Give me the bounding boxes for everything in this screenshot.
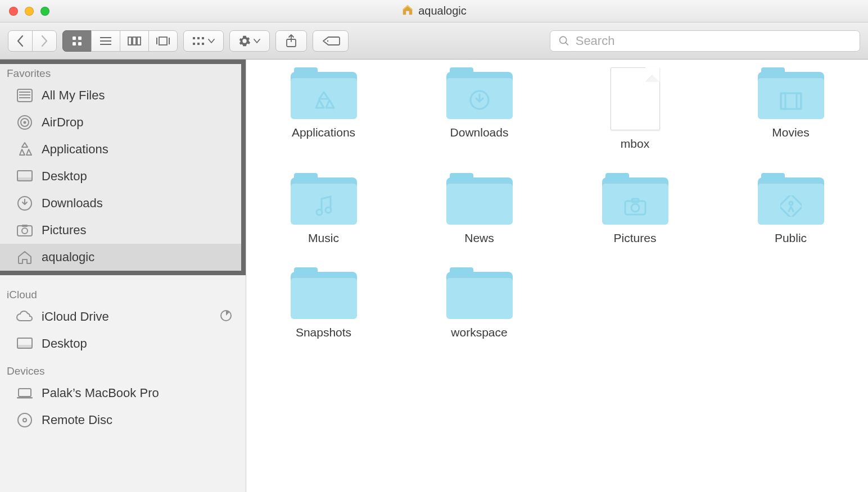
folder-icon [758, 67, 824, 119]
search-field[interactable] [550, 30, 860, 52]
arrange-button[interactable] [183, 30, 224, 52]
sidebar-item-aqualogic[interactable]: aqualogic [0, 244, 241, 271]
item-label: Snapshots [296, 326, 351, 339]
svg-rect-44 [781, 93, 785, 109]
svg-rect-43 [781, 93, 801, 109]
tag-button[interactable] [313, 30, 349, 52]
folder-item[interactable]: Downloads [404, 67, 554, 151]
item-label: workspace [451, 326, 507, 339]
svg-rect-45 [797, 93, 801, 109]
sidebar-item-label: AirDrop [42, 115, 84, 130]
svg-rect-5 [100, 40, 111, 42]
folder-item[interactable]: workspace [404, 267, 554, 339]
laptop-icon [16, 384, 34, 402]
content-area[interactable]: Applications Downloads mbox Movies Music… [246, 60, 868, 492]
svg-rect-0 [73, 37, 76, 40]
folder-item[interactable]: Public [716, 173, 866, 245]
sidebar-item-pictures[interactable]: Pictures [0, 217, 241, 244]
item-label: News [464, 231, 494, 245]
folder-icon [758, 173, 824, 225]
action-button[interactable] [229, 30, 270, 52]
sidebar-item-remote-disc[interactable]: Remote Disc [0, 407, 246, 434]
window-close-button[interactable] [9, 7, 18, 16]
tag-icon [320, 35, 341, 47]
svg-point-40 [18, 413, 31, 427]
airdrop-icon [16, 113, 34, 131]
nav-buttons [8, 30, 57, 52]
sidebar-section-favorites-title: Favorites [0, 64, 241, 82]
svg-rect-23 [19, 92, 30, 93]
sidebar-section-devices-title: Devices [0, 357, 246, 380]
sidebar-item-all-my-files[interactable]: All My Files [0, 82, 241, 109]
folder-item[interactable]: Applications [248, 67, 399, 151]
folder-icon [446, 67, 513, 119]
chevron-down-icon [207, 37, 215, 45]
view-gallery-button[interactable] [148, 30, 178, 52]
view-icon-grid-button[interactable] [62, 30, 92, 52]
pictures-icon [16, 221, 34, 239]
svg-rect-33 [22, 225, 28, 227]
folder-item[interactable]: News [404, 173, 554, 245]
folder-item[interactable]: Movies [716, 67, 866, 151]
sidebar-section-icloud-title: iCloud [0, 281, 246, 303]
sidebar-item-applications[interactable]: Applications [0, 136, 241, 163]
window-titlebar: aqualogic [0, 0, 868, 22]
home-icon [401, 3, 414, 19]
item-label: Applications [292, 126, 355, 139]
sidebar-item-airdrop[interactable]: AirDrop [0, 109, 241, 136]
svg-point-41 [23, 418, 26, 422]
svg-rect-8 [133, 37, 136, 45]
svg-rect-37 [17, 345, 32, 348]
folder-item[interactable]: Snapshots [248, 267, 399, 339]
share-button[interactable] [275, 30, 307, 52]
icon-grid: Applications Downloads mbox Movies Music… [248, 67, 866, 339]
window-title-text: aqualogic [418, 4, 467, 17]
view-list-button[interactable] [91, 30, 120, 52]
sidebar-item-label: aqualogic [42, 250, 94, 265]
sidebar-item-label: iCloud Drive [42, 309, 109, 324]
item-label: Downloads [450, 126, 509, 139]
svg-point-52 [789, 202, 793, 205]
svg-rect-12 [169, 38, 170, 44]
svg-rect-7 [128, 37, 132, 45]
sidebar-item-label: Remote Disc [42, 413, 112, 427]
gear-icon [238, 35, 251, 47]
sidebar-item-downloads[interactable]: Downloads [0, 190, 241, 217]
file-item[interactable]: mbox [560, 67, 710, 151]
view-columns-button[interactable] [120, 30, 149, 52]
window-zoom-button[interactable] [40, 7, 49, 16]
svg-rect-25 [19, 97, 30, 98]
svg-rect-15 [202, 37, 204, 39]
svg-rect-4 [100, 37, 111, 38]
folder-item[interactable]: Music [248, 173, 399, 245]
sidebar-item-label: Applications [42, 142, 108, 157]
svg-rect-2 [73, 42, 76, 45]
file-icon [611, 67, 660, 130]
sidebar-item-icloud-drive[interactable]: iCloud Drive [0, 303, 117, 330]
search-input[interactable] [576, 34, 852, 48]
sidebar-item-icloud-desktop[interactable]: Desktop [0, 330, 246, 357]
svg-point-34 [22, 228, 28, 234]
sidebar: Favorites All My Files AirDrop Applicati… [0, 60, 246, 492]
back-button[interactable] [8, 30, 33, 52]
folder-icon [602, 173, 668, 225]
sidebar-item-label: All My Files [42, 88, 105, 103]
svg-rect-14 [197, 37, 200, 39]
item-label: Pictures [614, 231, 657, 245]
svg-point-46 [317, 209, 322, 215]
svg-rect-3 [78, 42, 82, 45]
forward-button[interactable] [32, 30, 57, 52]
window-minimize-button[interactable] [25, 7, 34, 16]
svg-rect-16 [193, 43, 195, 45]
desktop-icon [16, 167, 34, 185]
svg-rect-18 [202, 43, 204, 45]
sidebar-item-macbook[interactable]: Palak’s MacBook Pro [0, 380, 246, 407]
item-label: Public [775, 231, 807, 245]
sidebar-item-desktop[interactable]: Desktop [0, 163, 241, 190]
folder-icon [291, 67, 357, 119]
folder-icon [291, 267, 357, 319]
share-icon [285, 34, 297, 48]
folder-item[interactable]: Pictures [560, 173, 710, 245]
svg-point-28 [24, 121, 26, 124]
item-label: mbox [621, 137, 649, 151]
